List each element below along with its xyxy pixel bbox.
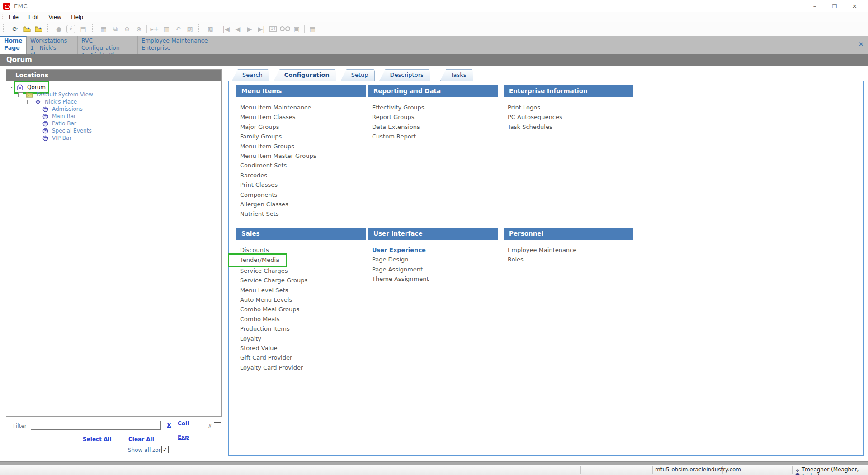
link-roles[interactable]: Roles <box>508 255 633 264</box>
open-folder-icon[interactable]: * <box>21 24 32 34</box>
tree-item-main-bar[interactable]: Main Bar <box>6 113 221 120</box>
tree-expander[interactable]: - <box>27 100 32 104</box>
link-stored-value[interactable]: Stored Value <box>240 343 366 353</box>
restore-button[interactable]: ❐ <box>827 0 842 12</box>
link-loyalty-card-provider[interactable]: Loyalty Card Provider <box>240 363 366 372</box>
link-gift-card-provider[interactable]: Gift Card Provider <box>240 353 366 362</box>
expand-link[interactable]: Exp <box>178 434 189 440</box>
link-pc-autosequences[interactable]: PC Autosequences <box>508 112 633 122</box>
link-condiment-sets[interactable]: Condiment Sets <box>240 161 366 170</box>
save-all-icon[interactable]: ⧉ <box>110 24 121 34</box>
tree-item-qorum[interactable]: -Qorum <box>6 84 221 91</box>
link-auto-menu-levels[interactable]: Auto Menu Levels <box>240 295 366 304</box>
link-nutrient-sets[interactable]: Nutrient Sets <box>240 209 366 218</box>
copy-record-icon[interactable]: ▥ <box>161 24 172 34</box>
tree-item-nick-s-place[interactable]: -Nick's Place <box>6 98 221 105</box>
tree-expander[interactable]: - <box>9 85 14 90</box>
show-all-zones-checkbox[interactable]: ✓ <box>161 446 169 453</box>
link-print-classes[interactable]: Print Classes <box>240 180 366 190</box>
menu-file[interactable]: File <box>4 12 24 22</box>
open-folder-new-tab-icon[interactable]: * <box>33 24 44 34</box>
link-combo-meal-groups[interactable]: Combo Meal Groups <box>240 304 366 314</box>
link-family-groups[interactable]: Family Groups <box>240 132 366 141</box>
link-combo-meals[interactable]: Combo Meals <box>240 314 366 324</box>
tab-line1: Workstations <box>30 37 73 44</box>
next-record-icon[interactable]: ▶ <box>244 24 255 34</box>
tree-item-patio-bar[interactable]: Patio Bar <box>6 120 221 127</box>
open-tab-rvc-configuration[interactable]: RVC Configuration1 - Nick's Place <box>78 36 138 54</box>
clear-all-link[interactable]: Clear All <box>128 436 154 442</box>
toolbar-separator <box>218 25 218 33</box>
link-page-assignment[interactable]: Page Assignment <box>372 265 498 274</box>
open-tab-workstations[interactable]: Workstations1 - Nick's Place <box>27 36 78 54</box>
tree-item-vip-bar[interactable]: VIP Bar <box>6 134 221 142</box>
link-components[interactable]: Components <box>240 190 366 200</box>
open-tab-employee-maintenance[interactable]: Employee MaintenanceEnterprise <box>138 36 213 54</box>
refresh-icon[interactable]: ⟳ <box>9 24 20 34</box>
link-task-schedules[interactable]: Task Schedules <box>508 122 633 132</box>
save-icon[interactable]: ▦ <box>98 24 109 34</box>
collapse-link[interactable]: Coll <box>178 420 189 427</box>
link-barcodes[interactable]: Barcodes <box>240 171 366 180</box>
menu-view[interactable]: View <box>43 12 66 22</box>
link-allergen-classes[interactable]: Allergen Classes <box>240 200 366 209</box>
link-service-charge-groups[interactable]: Service Charge Groups <box>240 276 366 285</box>
link-menu-item-master-groups[interactable]: Menu Item Master Groups <box>240 151 366 161</box>
tab-setup[interactable]: Setup <box>341 69 375 81</box>
link-production-items[interactable]: Production Items <box>240 324 366 333</box>
insert-reference-icon[interactable]: ▸+ <box>149 24 160 34</box>
tab-tasks[interactable]: Tasks <box>440 69 473 81</box>
link-employee-maintenance[interactable]: Employee Maintenance <box>508 245 633 255</box>
link-effectivity-groups[interactable]: Effectivity Groups <box>372 103 498 112</box>
find-icon[interactable] <box>279 24 290 34</box>
calendar-icon[interactable]: 14 <box>268 24 278 34</box>
link-menu-item-maintenance[interactable]: Menu Item Maintenance <box>240 103 366 112</box>
hash-checkbox[interactable] <box>214 422 221 429</box>
insert-record-icon[interactable]: ⊕ <box>122 24 132 34</box>
comment-icon[interactable]: é <box>66 25 75 33</box>
filter-input[interactable] <box>31 421 161 430</box>
undo-icon[interactable]: ↶ <box>173 24 184 34</box>
print-icon[interactable]: ▤ <box>78 24 89 34</box>
record-icon[interactable]: ● <box>53 24 64 34</box>
link-discounts[interactable]: Discounts <box>240 245 366 255</box>
link-tender-media[interactable]: Tender/Media <box>240 255 366 266</box>
menu-edit[interactable]: Edit <box>24 12 43 22</box>
title-bar: EMC – ❐ ✕ <box>0 0 868 12</box>
calculator-icon[interactable]: ▩ <box>205 24 216 34</box>
tree-item-special-events[interactable]: Special Events <box>6 127 221 134</box>
link-custom-report[interactable]: Custom Report <box>372 132 498 141</box>
link-service-charges[interactable]: Service Charges <box>240 266 366 276</box>
select-all-link[interactable]: Select All <box>83 436 112 442</box>
link-report-groups[interactable]: Report Groups <box>372 112 498 122</box>
link-print-logos[interactable]: Print Logos <box>508 103 633 112</box>
minimize-button[interactable]: – <box>807 0 822 12</box>
tab-search[interactable]: Search <box>232 69 269 81</box>
link-menu-item-groups[interactable]: Menu Item Groups <box>240 142 366 151</box>
filter-clear-link[interactable]: X <box>167 422 171 428</box>
first-record-icon[interactable]: |◀ <box>221 24 231 34</box>
paste-icon[interactable]: ▨ <box>184 24 195 34</box>
link-page-design[interactable]: Page Design <box>372 255 498 264</box>
previous-record-icon[interactable]: ◀ <box>232 24 243 34</box>
link-data-extensions[interactable]: Data Extensions <box>372 122 498 132</box>
link-user-experience[interactable]: User Experience <box>372 245 498 255</box>
tab-descriptors[interactable]: Descriptors <box>379 69 430 81</box>
close-button[interactable]: ✕ <box>847 0 862 12</box>
link-menu-level-sets[interactable]: Menu Level Sets <box>240 285 366 295</box>
tree-expander[interactable]: - <box>18 92 23 97</box>
tree-item-default-system-view[interactable]: -Default System View <box>6 91 221 98</box>
tree-item-admissions[interactable]: Admissions <box>6 105 221 113</box>
last-record-icon[interactable]: ▶| <box>256 24 267 34</box>
link-loyalty[interactable]: Loyalty <box>240 334 366 343</box>
link-major-groups[interactable]: Major Groups <box>240 122 366 132</box>
link-menu-item-classes[interactable]: Menu Item Classes <box>240 112 366 122</box>
delete-record-icon[interactable]: ⊗ <box>133 24 144 34</box>
window-icon[interactable]: ▣ <box>291 24 302 34</box>
link-theme-assignment[interactable]: Theme Assignment <box>372 274 498 284</box>
tab-configuration[interactable]: Configuration <box>274 69 336 81</box>
open-tab-home[interactable]: HomePage <box>0 36 27 54</box>
grid-icon[interactable]: ▦ <box>307 24 318 34</box>
tab-close-icon[interactable]: ✕ <box>858 41 864 48</box>
menu-help[interactable]: Help <box>66 12 88 22</box>
